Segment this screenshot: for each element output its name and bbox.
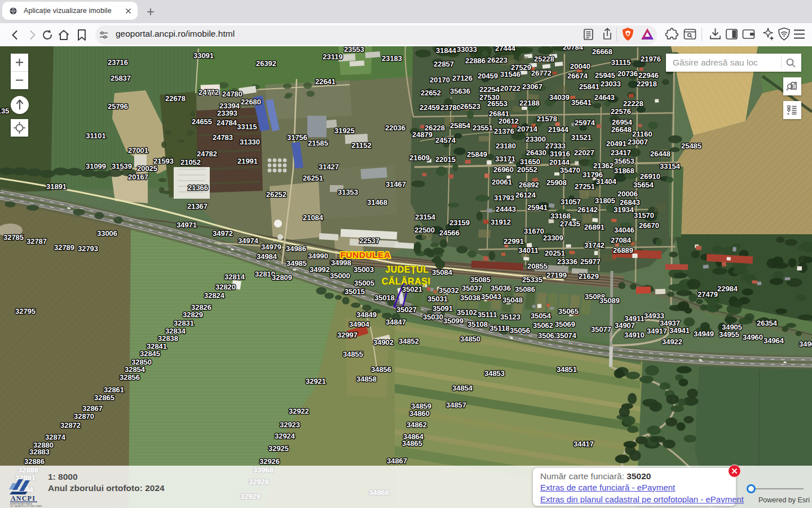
svg-text:32861: 32861: [104, 386, 124, 394]
svg-text:20714: 20714: [517, 125, 538, 133]
svg-text:34854: 34854: [452, 384, 473, 392]
svg-text:23551: 23551: [473, 124, 493, 132]
svg-text:32867: 32867: [82, 404, 103, 413]
svg-text:26251: 26251: [303, 174, 323, 182]
svg-text:34984: 34984: [257, 252, 277, 261]
svg-text:35054: 35054: [531, 312, 551, 320]
svg-text:26252: 26252: [266, 190, 286, 199]
svg-text:32923: 32923: [280, 421, 300, 429]
svg-text:26223: 26223: [487, 56, 508, 64]
svg-text:31916: 31916: [550, 150, 570, 158]
svg-text:35038: 35038: [460, 294, 480, 302]
svg-text:35654: 35654: [633, 181, 654, 189]
svg-text:21991: 21991: [237, 157, 258, 165]
svg-text:26891: 26891: [584, 223, 604, 231]
svg-text:32886: 32886: [24, 457, 45, 466]
svg-text:35084: 35084: [432, 268, 453, 277]
svg-text:34960: 34960: [743, 333, 763, 341]
svg-text:33154: 33154: [660, 162, 681, 170]
svg-text:26674: 26674: [567, 72, 588, 80]
svg-text:31546: 31546: [500, 70, 520, 78]
svg-text:23180: 23180: [496, 142, 516, 150]
svg-text:34853: 34853: [484, 369, 505, 378]
svg-text:31793: 31793: [494, 194, 514, 202]
svg-text:20552: 20552: [517, 165, 537, 174]
svg-text:21152: 21152: [351, 141, 371, 150]
svg-text:27333: 27333: [545, 142, 566, 150]
svg-text:34974: 34974: [238, 237, 259, 245]
svg-text:35032: 35032: [439, 286, 459, 295]
svg-text:34039: 34039: [549, 93, 570, 102]
svg-text:35470: 35470: [560, 166, 580, 174]
svg-text:35091: 35091: [433, 304, 453, 313]
svg-text:26668: 26668: [592, 47, 612, 56]
svg-text:34922: 34922: [662, 338, 682, 346]
svg-text:31670: 31670: [524, 227, 544, 235]
svg-text:22537: 22537: [359, 237, 379, 245]
svg-text:32870: 32870: [74, 412, 94, 421]
svg-text:20612: 20612: [498, 117, 519, 125]
svg-text:34985: 34985: [286, 259, 307, 268]
svg-text:22857: 22857: [434, 60, 454, 68]
svg-text:32820: 32820: [215, 283, 236, 291]
svg-text:21366: 21366: [188, 183, 208, 192]
svg-text:31868: 31868: [614, 167, 634, 175]
svg-text:31521: 31521: [571, 133, 592, 142]
svg-text:34905: 34905: [722, 323, 742, 331]
svg-text:26960: 26960: [493, 165, 514, 174]
svg-text:DE CADASTRU SI PUBLICITATE: DE CADASTRU SI PUBLICITATE: [10, 505, 42, 507]
svg-text:32926: 32926: [259, 457, 280, 466]
svg-text:34855: 34855: [343, 350, 363, 358]
svg-text:25485: 25485: [681, 142, 701, 150]
svg-text:31891: 31891: [46, 182, 67, 191]
svg-text:26523: 26523: [460, 102, 480, 111]
svg-text:21976: 21976: [641, 55, 661, 63]
svg-text:22991: 22991: [504, 237, 524, 246]
svg-text:25796: 25796: [108, 102, 128, 111]
svg-text:31805: 31805: [595, 196, 615, 205]
svg-text:27435: 27435: [560, 220, 580, 228]
svg-text:32997: 32997: [337, 331, 358, 339]
svg-text:32924: 32924: [275, 432, 295, 440]
svg-text:25908: 25908: [546, 178, 567, 187]
svg-text:21084: 21084: [303, 213, 324, 222]
svg-text:23716: 23716: [108, 58, 128, 67]
svg-text:22886: 22886: [465, 56, 486, 65]
svg-text:34971: 34971: [176, 221, 197, 229]
svg-text:31742: 31742: [584, 241, 604, 249]
svg-text:21362: 21362: [593, 161, 614, 170]
svg-text:22918: 22918: [637, 80, 657, 88]
svg-text:22015: 22015: [435, 155, 456, 164]
svg-text:34850: 34850: [460, 335, 480, 343]
svg-text:23067: 23067: [522, 82, 542, 91]
svg-text:34972: 34972: [213, 229, 233, 238]
svg-text:24784: 24784: [217, 119, 237, 127]
svg-text:31570: 31570: [634, 211, 654, 220]
svg-text:24443: 24443: [496, 205, 516, 213]
svg-text:31115: 31115: [611, 58, 631, 67]
svg-text:23154: 23154: [415, 213, 436, 221]
svg-text:20784: 20784: [563, 46, 584, 51]
svg-text:24643: 24643: [594, 93, 615, 102]
svg-text:32785: 32785: [3, 233, 24, 242]
svg-text:25974: 25974: [575, 119, 595, 127]
svg-text:34417: 34417: [573, 440, 594, 448]
svg-text:33006: 33006: [97, 229, 117, 238]
svg-text:27001: 27001: [128, 146, 148, 155]
svg-text:35069: 35069: [555, 320, 575, 329]
svg-text:31468: 31468: [367, 198, 387, 207]
svg-text:35123: 35123: [500, 313, 520, 321]
svg-text:35031: 35031: [427, 295, 448, 303]
svg-text:31844: 31844: [436, 46, 457, 55]
svg-text:32865: 32865: [94, 393, 114, 402]
svg-text:35065: 35065: [558, 307, 579, 316]
svg-text:33171: 33171: [495, 155, 515, 163]
svg-text:25335: 25335: [522, 275, 542, 284]
svg-text:20736: 20736: [617, 69, 638, 78]
svg-text:20025: 20025: [137, 164, 157, 173]
svg-text:21629: 21629: [579, 272, 599, 281]
svg-text:35030: 35030: [423, 313, 443, 321]
svg-text:32787: 32787: [27, 237, 47, 246]
svg-text:34858: 34858: [356, 375, 377, 383]
svg-text:CĂLĂRAȘI: CĂLĂRAȘI: [382, 276, 431, 286]
